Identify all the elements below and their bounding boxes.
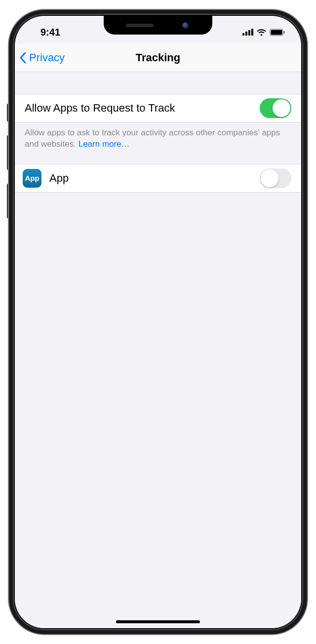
notch [104, 16, 212, 35]
front-camera [182, 22, 189, 29]
navigation-bar: Privacy Tracking [15, 43, 301, 72]
allow-tracking-label: Allow Apps to Request to Track [25, 102, 175, 115]
content-area: Allow Apps to Request to Track Allow app… [15, 72, 301, 628]
phone-frame: 9:41 Privacy Tracking Allow Apps to Requ… [9, 10, 307, 634]
wifi-icon [256, 29, 267, 36]
status-icons [242, 29, 285, 36]
speaker-grille [126, 24, 154, 27]
app-tracking-toggle[interactable] [260, 168, 291, 188]
app-name-label: App [49, 172, 69, 185]
allow-tracking-row: Allow Apps to Request to Track [15, 94, 301, 122]
allow-tracking-toggle[interactable] [260, 98, 291, 118]
chevron-left-icon [20, 52, 26, 63]
svg-rect-1 [245, 32, 247, 36]
app-tracking-row: App App [15, 164, 301, 193]
toggle-knob [273, 99, 290, 117]
cellular-icon [242, 29, 253, 36]
app-icon: App [23, 169, 41, 188]
svg-rect-0 [242, 33, 244, 36]
section-footer: Allow apps to ask to track your activity… [15, 122, 301, 155]
svg-rect-2 [248, 30, 250, 36]
svg-rect-6 [284, 31, 285, 34]
phone-screen: 9:41 Privacy Tracking Allow Apps to Requ… [15, 16, 301, 628]
back-button[interactable]: Privacy [20, 51, 65, 64]
learn-more-link[interactable]: Learn more… [79, 139, 130, 149]
toggle-knob [261, 169, 278, 187]
battery-icon [270, 29, 285, 36]
svg-rect-5 [271, 30, 282, 35]
home-indicator[interactable] [116, 620, 200, 623]
status-time: 9:41 [40, 27, 60, 38]
footer-description: Allow apps to ask to track your activity… [25, 128, 280, 149]
svg-rect-3 [251, 29, 253, 36]
back-label: Privacy [29, 51, 65, 64]
page-title: Tracking [136, 51, 180, 64]
